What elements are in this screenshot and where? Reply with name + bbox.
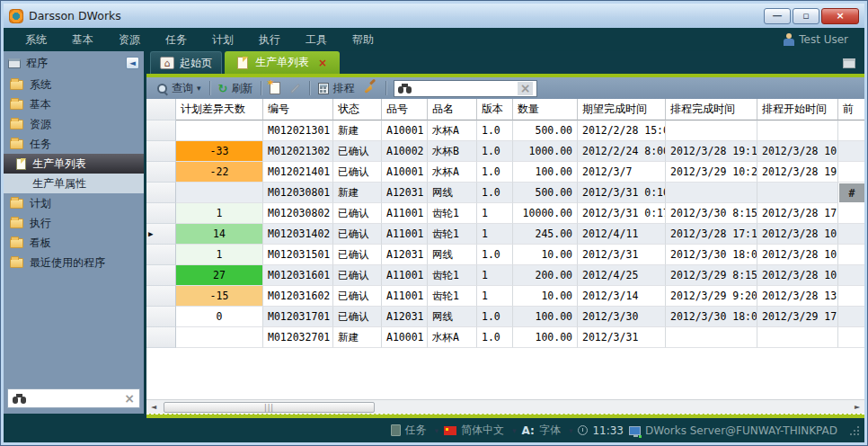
refresh-button[interactable]: ↻ 刷新 [214, 79, 258, 97]
sidebar-item-2[interactable]: 资源 [4, 114, 144, 134]
tab-production-order-list[interactable]: 生产单列表 × [225, 51, 340, 74]
new-button[interactable] [265, 79, 285, 97]
schedule-label: 排程 [332, 81, 354, 96]
column-header-2[interactable]: 状态 [333, 99, 382, 120]
column-header-6[interactable]: 数量 [513, 99, 578, 120]
status-language-menu[interactable]: 简体中文 ▾ [444, 423, 517, 438]
status-bar: 任务 ▾ 简体中文 ▾ A: 字体 ▾ 11:33 DWorks Server@… [4, 418, 864, 442]
menu-item-1[interactable]: 基本 [59, 28, 106, 51]
sidebar-search-box[interactable]: × [7, 388, 140, 408]
row-selector[interactable] [146, 141, 176, 162]
row-selector[interactable] [146, 327, 176, 348]
cell-plan-diff-days [176, 120, 263, 141]
table-row[interactable]: M012032701新建A10001水杯A1.0100.002012/3/31 [146, 327, 864, 348]
column-header-10[interactable]: 前 [838, 99, 864, 120]
table-row[interactable]: ▶14M012031402已确认A11001齿轮11245.002012/4/1… [146, 224, 864, 245]
row-selector[interactable] [146, 307, 176, 327]
menu-item-4[interactable]: 计划 [199, 28, 246, 51]
sidebar-item-3[interactable]: 任务 [4, 134, 144, 154]
cell-plan-diff-days: 14 [176, 224, 263, 245]
cell: 齿轮1 [428, 224, 477, 245]
scrollbar-thumb[interactable]: ||| [164, 402, 375, 413]
sidebar-collapse-button[interactable]: ◄ [126, 57, 139, 69]
table-row[interactable]: -15M012031602已确认A11001齿轮1110.002012/3/14… [146, 286, 864, 307]
cell: 2012/2/28 15:00 [578, 120, 666, 141]
scroll-right-icon[interactable]: ► [850, 401, 864, 414]
row-selector[interactable] [146, 265, 176, 286]
cell-plan-diff-days: 27 [176, 265, 263, 286]
toolbar-search-clear-icon[interactable]: × [518, 82, 534, 95]
schedule-button[interactable]: 排程 [314, 79, 359, 97]
sidebar: 程序 ◄ 系统基本资源任务生产单列表生产单属性计划执行看板最近使用的程序 × [4, 51, 144, 418]
column-header-9[interactable]: 排程开始时间 [757, 99, 838, 120]
horizontal-scrollbar[interactable]: ◄ ||| ► [146, 399, 864, 414]
column-header-5[interactable]: 版本 [477, 99, 513, 120]
query-button[interactable]: 查询 ▾ [152, 79, 206, 97]
sidebar-item-8[interactable]: 看板 [4, 233, 144, 253]
maximize-button[interactable]: ▫ [793, 8, 819, 24]
calculator-icon [318, 83, 329, 94]
cell: # [838, 183, 864, 203]
sidebar-item-0[interactable]: 系统 [4, 75, 144, 94]
row-selector[interactable] [146, 245, 176, 265]
sidebar-item-7[interactable]: 执行 [4, 213, 144, 233]
cell: 齿轮1 [428, 203, 477, 224]
menu-item-6[interactable]: 工具 [293, 28, 340, 51]
caret-down-icon: ▾ [197, 84, 201, 93]
scroll-left-icon[interactable]: ◄ [146, 401, 161, 414]
cell [838, 141, 864, 162]
close-button[interactable]: × [821, 8, 859, 24]
minimize-button[interactable]: — [764, 8, 791, 24]
status-font-menu[interactable]: A: 字体 ▾ [522, 423, 573, 438]
cell [666, 183, 757, 203]
sidebar-item-4[interactable]: 生产单列表 [4, 154, 144, 174]
column-header-3[interactable]: 品号 [382, 99, 428, 120]
column-header-1[interactable]: 编号 [263, 99, 333, 120]
menu-item-5[interactable]: 执行 [246, 28, 293, 51]
status-task-menu[interactable]: 任务 ▾ [391, 423, 439, 438]
table-row[interactable]: M012021301新建A10001水杯A1.0500.002012/2/28 … [146, 120, 864, 141]
table-row[interactable]: 1M012030802已确认A11001齿轮1110000.002012/3/3… [146, 203, 864, 224]
clean-button[interactable] [359, 79, 382, 97]
tab-home[interactable]: ⌂ 起始页 [150, 51, 222, 74]
sidebar-search-clear-icon[interactable]: × [124, 391, 135, 406]
cell: 新建 [333, 183, 382, 203]
table-row[interactable]: 27M012031601已确认A11001齿轮11200.002012/4/25… [146, 265, 864, 286]
menu-item-2[interactable]: 资源 [106, 28, 153, 51]
row-selector[interactable] [146, 203, 176, 224]
folder-icon [10, 219, 23, 228]
sidebar-item-9[interactable]: 最近使用的程序 [4, 253, 144, 272]
column-header-7[interactable]: 期望完成时间 [578, 99, 666, 120]
table-row[interactable]: -33M012021302已确认A10002水杯B1.01000.002012/… [146, 141, 864, 162]
broom-icon [362, 80, 378, 96]
tab-list-icon[interactable] [843, 58, 855, 68]
table-row[interactable]: 1M012031501已确认A12031网线1.010.002012/3/312… [146, 245, 864, 265]
user-box[interactable]: Test User [784, 33, 855, 46]
column-header-4[interactable]: 品名 [428, 99, 477, 120]
cell: 2012/3/28 19:10 [757, 162, 838, 183]
resize-grip[interactable] [850, 426, 859, 435]
menu-item-7[interactable]: 帮助 [340, 28, 386, 51]
edit-button[interactable] [285, 79, 306, 97]
column-header-8[interactable]: 排程完成时间 [666, 99, 757, 120]
row-selector[interactable] [146, 183, 176, 203]
sidebar-item-label: 资源 [30, 117, 51, 132]
row-selector[interactable] [146, 286, 176, 307]
row-selector[interactable] [146, 162, 176, 183]
cell: M012031602 [263, 286, 333, 307]
table-row[interactable]: 0M012031701已确认A12031网线1.0100.002012/3/30… [146, 307, 864, 327]
menu-item-0[interactable]: 系统 [13, 28, 59, 51]
sidebar-item-6[interactable]: 计划 [4, 193, 144, 213]
column-header-0[interactable]: 计划差异天数 [176, 99, 263, 120]
sidebar-item-1[interactable]: 基本 [4, 94, 144, 114]
folder-icon [10, 199, 23, 209]
menu-item-3[interactable]: 任务 [153, 28, 199, 51]
row-selector[interactable] [146, 120, 176, 141]
table-row[interactable]: -22M012021401已确认A10001水杯A1.0100.002012/3… [146, 162, 864, 183]
sidebar-item-5[interactable]: 生产单属性 [4, 174, 144, 193]
tab-close-icon[interactable]: × [318, 57, 327, 69]
row-selector[interactable]: ▶ [146, 224, 176, 245]
toolbar-search-input[interactable] [412, 83, 517, 94]
sidebar-item-label: 任务 [30, 137, 51, 152]
table-row[interactable]: M012030801新建A12031网线1.0500.002012/3/31 0… [146, 183, 864, 203]
